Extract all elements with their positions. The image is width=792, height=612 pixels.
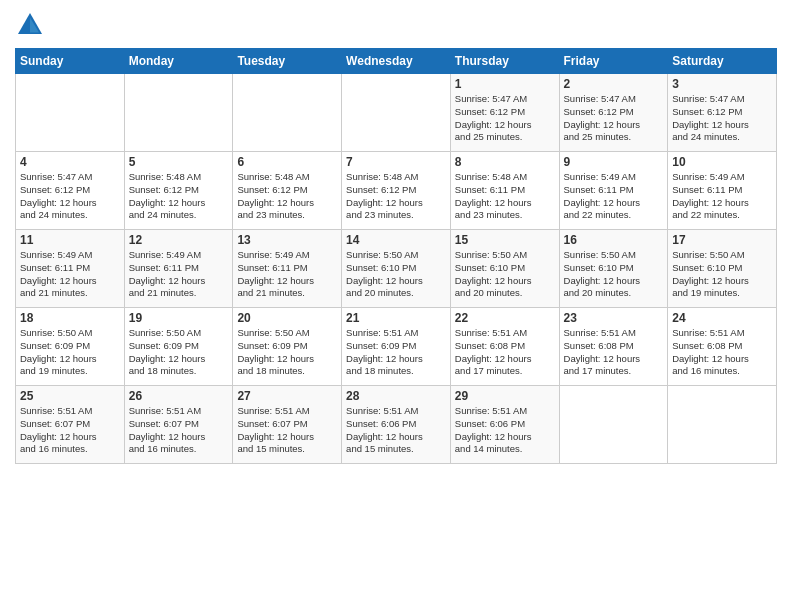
- day-info: Sunrise: 5:47 AM Sunset: 6:12 PM Dayligh…: [672, 93, 772, 144]
- day-cell: [124, 74, 233, 152]
- day-info: Sunrise: 5:51 AM Sunset: 6:08 PM Dayligh…: [672, 327, 772, 378]
- day-cell: 7Sunrise: 5:48 AM Sunset: 6:12 PM Daylig…: [342, 152, 451, 230]
- logo: [15, 10, 49, 40]
- day-number: 28: [346, 389, 446, 403]
- day-cell: 4Sunrise: 5:47 AM Sunset: 6:12 PM Daylig…: [16, 152, 125, 230]
- day-cell: 17Sunrise: 5:50 AM Sunset: 6:10 PM Dayli…: [668, 230, 777, 308]
- weekday-header-tuesday: Tuesday: [233, 49, 342, 74]
- day-info: Sunrise: 5:48 AM Sunset: 6:12 PM Dayligh…: [346, 171, 446, 222]
- day-cell: 10Sunrise: 5:49 AM Sunset: 6:11 PM Dayli…: [668, 152, 777, 230]
- day-number: 20: [237, 311, 337, 325]
- day-cell: 21Sunrise: 5:51 AM Sunset: 6:09 PM Dayli…: [342, 308, 451, 386]
- day-cell: [342, 74, 451, 152]
- day-cell: 5Sunrise: 5:48 AM Sunset: 6:12 PM Daylig…: [124, 152, 233, 230]
- day-cell: 28Sunrise: 5:51 AM Sunset: 6:06 PM Dayli…: [342, 386, 451, 464]
- day-info: Sunrise: 5:50 AM Sunset: 6:10 PM Dayligh…: [455, 249, 555, 300]
- day-info: Sunrise: 5:49 AM Sunset: 6:11 PM Dayligh…: [129, 249, 229, 300]
- day-cell: 6Sunrise: 5:48 AM Sunset: 6:12 PM Daylig…: [233, 152, 342, 230]
- day-info: Sunrise: 5:50 AM Sunset: 6:10 PM Dayligh…: [672, 249, 772, 300]
- weekday-header-saturday: Saturday: [668, 49, 777, 74]
- day-number: 4: [20, 155, 120, 169]
- day-cell: 19Sunrise: 5:50 AM Sunset: 6:09 PM Dayli…: [124, 308, 233, 386]
- day-cell: [16, 74, 125, 152]
- day-cell: 24Sunrise: 5:51 AM Sunset: 6:08 PM Dayli…: [668, 308, 777, 386]
- day-cell: 20Sunrise: 5:50 AM Sunset: 6:09 PM Dayli…: [233, 308, 342, 386]
- day-number: 25: [20, 389, 120, 403]
- day-info: Sunrise: 5:50 AM Sunset: 6:10 PM Dayligh…: [346, 249, 446, 300]
- day-number: 21: [346, 311, 446, 325]
- day-cell: 1Sunrise: 5:47 AM Sunset: 6:12 PM Daylig…: [450, 74, 559, 152]
- day-cell: 14Sunrise: 5:50 AM Sunset: 6:10 PM Dayli…: [342, 230, 451, 308]
- day-number: 1: [455, 77, 555, 91]
- day-info: Sunrise: 5:47 AM Sunset: 6:12 PM Dayligh…: [20, 171, 120, 222]
- weekday-header-row: SundayMondayTuesdayWednesdayThursdayFrid…: [16, 49, 777, 74]
- weekday-header-thursday: Thursday: [450, 49, 559, 74]
- day-info: Sunrise: 5:49 AM Sunset: 6:11 PM Dayligh…: [672, 171, 772, 222]
- day-cell: [559, 386, 668, 464]
- day-cell: 25Sunrise: 5:51 AM Sunset: 6:07 PM Dayli…: [16, 386, 125, 464]
- day-number: 19: [129, 311, 229, 325]
- day-number: 14: [346, 233, 446, 247]
- day-number: 16: [564, 233, 664, 247]
- weekday-header-friday: Friday: [559, 49, 668, 74]
- day-cell: 16Sunrise: 5:50 AM Sunset: 6:10 PM Dayli…: [559, 230, 668, 308]
- header: [15, 10, 777, 40]
- day-cell: 23Sunrise: 5:51 AM Sunset: 6:08 PM Dayli…: [559, 308, 668, 386]
- day-info: Sunrise: 5:50 AM Sunset: 6:09 PM Dayligh…: [20, 327, 120, 378]
- day-cell: 3Sunrise: 5:47 AM Sunset: 6:12 PM Daylig…: [668, 74, 777, 152]
- day-cell: 27Sunrise: 5:51 AM Sunset: 6:07 PM Dayli…: [233, 386, 342, 464]
- day-cell: 18Sunrise: 5:50 AM Sunset: 6:09 PM Dayli…: [16, 308, 125, 386]
- week-row-3: 11Sunrise: 5:49 AM Sunset: 6:11 PM Dayli…: [16, 230, 777, 308]
- day-cell: 29Sunrise: 5:51 AM Sunset: 6:06 PM Dayli…: [450, 386, 559, 464]
- weekday-header-wednesday: Wednesday: [342, 49, 451, 74]
- day-cell: 12Sunrise: 5:49 AM Sunset: 6:11 PM Dayli…: [124, 230, 233, 308]
- day-cell: 11Sunrise: 5:49 AM Sunset: 6:11 PM Dayli…: [16, 230, 125, 308]
- day-number: 26: [129, 389, 229, 403]
- day-number: 10: [672, 155, 772, 169]
- day-cell: 15Sunrise: 5:50 AM Sunset: 6:10 PM Dayli…: [450, 230, 559, 308]
- day-number: 22: [455, 311, 555, 325]
- day-info: Sunrise: 5:51 AM Sunset: 6:08 PM Dayligh…: [455, 327, 555, 378]
- calendar: SundayMondayTuesdayWednesdayThursdayFrid…: [15, 48, 777, 464]
- day-number: 13: [237, 233, 337, 247]
- day-cell: 8Sunrise: 5:48 AM Sunset: 6:11 PM Daylig…: [450, 152, 559, 230]
- day-info: Sunrise: 5:48 AM Sunset: 6:12 PM Dayligh…: [129, 171, 229, 222]
- day-number: 18: [20, 311, 120, 325]
- weekday-header-monday: Monday: [124, 49, 233, 74]
- day-number: 17: [672, 233, 772, 247]
- day-info: Sunrise: 5:48 AM Sunset: 6:12 PM Dayligh…: [237, 171, 337, 222]
- day-cell: [668, 386, 777, 464]
- day-number: 23: [564, 311, 664, 325]
- day-info: Sunrise: 5:51 AM Sunset: 6:09 PM Dayligh…: [346, 327, 446, 378]
- day-number: 11: [20, 233, 120, 247]
- day-number: 9: [564, 155, 664, 169]
- day-info: Sunrise: 5:51 AM Sunset: 6:07 PM Dayligh…: [237, 405, 337, 456]
- day-info: Sunrise: 5:50 AM Sunset: 6:10 PM Dayligh…: [564, 249, 664, 300]
- weekday-header-sunday: Sunday: [16, 49, 125, 74]
- logo-icon: [15, 10, 45, 40]
- day-info: Sunrise: 5:48 AM Sunset: 6:11 PM Dayligh…: [455, 171, 555, 222]
- day-info: Sunrise: 5:51 AM Sunset: 6:08 PM Dayligh…: [564, 327, 664, 378]
- day-cell: 26Sunrise: 5:51 AM Sunset: 6:07 PM Dayli…: [124, 386, 233, 464]
- day-info: Sunrise: 5:51 AM Sunset: 6:07 PM Dayligh…: [129, 405, 229, 456]
- day-info: Sunrise: 5:49 AM Sunset: 6:11 PM Dayligh…: [564, 171, 664, 222]
- day-cell: 9Sunrise: 5:49 AM Sunset: 6:11 PM Daylig…: [559, 152, 668, 230]
- day-info: Sunrise: 5:51 AM Sunset: 6:06 PM Dayligh…: [346, 405, 446, 456]
- day-cell: [233, 74, 342, 152]
- day-info: Sunrise: 5:50 AM Sunset: 6:09 PM Dayligh…: [129, 327, 229, 378]
- day-info: Sunrise: 5:51 AM Sunset: 6:06 PM Dayligh…: [455, 405, 555, 456]
- week-row-4: 18Sunrise: 5:50 AM Sunset: 6:09 PM Dayli…: [16, 308, 777, 386]
- day-info: Sunrise: 5:49 AM Sunset: 6:11 PM Dayligh…: [237, 249, 337, 300]
- day-number: 24: [672, 311, 772, 325]
- day-number: 15: [455, 233, 555, 247]
- day-number: 29: [455, 389, 555, 403]
- day-info: Sunrise: 5:47 AM Sunset: 6:12 PM Dayligh…: [564, 93, 664, 144]
- day-cell: 13Sunrise: 5:49 AM Sunset: 6:11 PM Dayli…: [233, 230, 342, 308]
- page: SundayMondayTuesdayWednesdayThursdayFrid…: [0, 0, 792, 612]
- day-number: 7: [346, 155, 446, 169]
- day-info: Sunrise: 5:51 AM Sunset: 6:07 PM Dayligh…: [20, 405, 120, 456]
- day-number: 8: [455, 155, 555, 169]
- day-number: 12: [129, 233, 229, 247]
- day-number: 6: [237, 155, 337, 169]
- day-number: 3: [672, 77, 772, 91]
